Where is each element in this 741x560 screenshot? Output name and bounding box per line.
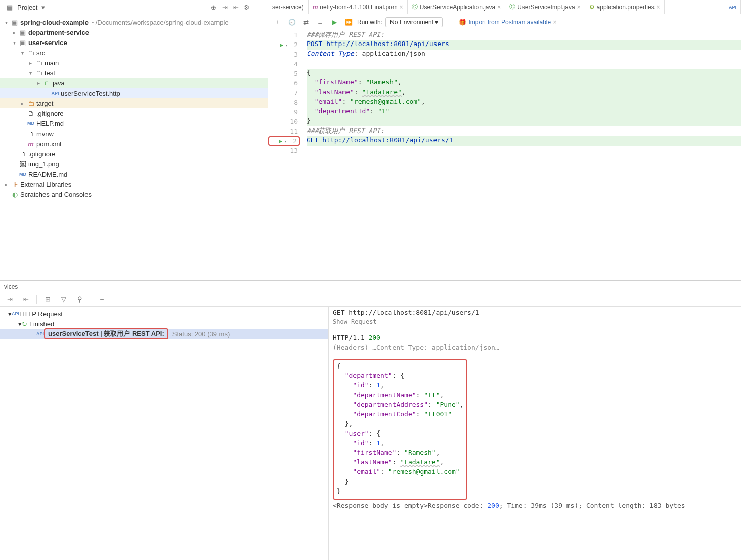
- tree-item-selected[interactable]: API userServiceTest.http: [0, 88, 268, 98]
- highlighted-gutter-line[interactable]: ▶▾ 2: [268, 136, 300, 146]
- add-icon[interactable]: ＋: [96, 294, 107, 305]
- project-icon: ▤: [4, 2, 15, 13]
- tree-item[interactable]: 🗋 .gitignore: [0, 149, 268, 159]
- json-str: "Ramesh": [404, 449, 436, 456]
- chevron-down-icon[interactable]: ▾: [18, 50, 26, 56]
- env-select[interactable]: No Environment ▾: [385, 17, 443, 27]
- add-icon[interactable]: ＋: [272, 17, 283, 28]
- locate-icon[interactable]: ⊕: [208, 2, 219, 13]
- import-postman-link[interactable]: 🎁 Import from Postman available ×: [459, 19, 556, 26]
- close-icon[interactable]: ×: [553, 19, 556, 26]
- tree-item[interactable]: ▸ ▣ department-service: [0, 27, 268, 37]
- run-all-icon[interactable]: ⏩: [343, 17, 354, 28]
- editor-tab[interactable]: ⚙application.properties×: [585, 0, 665, 14]
- tree-icon[interactable]: ⊞: [42, 294, 53, 305]
- chevron-down-icon[interactable]: ▾: [18, 320, 22, 328]
- response-view[interactable]: GET http://localhost:8081/api/users/1 Sh…: [329, 307, 741, 560]
- brace: },: [345, 420, 353, 427]
- tree-item[interactable]: 🗋 mvnw: [0, 128, 268, 139]
- http-file-icon: API: [729, 5, 736, 10]
- services-request-item[interactable]: API userServiceTest | 获取用户 REST API: Sta…: [0, 329, 328, 339]
- chevron-right-icon[interactable]: ▸: [2, 182, 10, 187]
- brace: : {: [369, 429, 380, 437]
- chevron-down-icon[interactable]: ▾: [10, 40, 18, 46]
- editor-tab[interactable]: ser-service): [268, 0, 309, 14]
- tree-label: mvnw: [36, 130, 54, 138]
- run-gutter-icon[interactable]: ▶: [279, 138, 282, 144]
- expand-icon[interactable]: ⇥: [219, 2, 230, 13]
- close-icon[interactable]: ×: [497, 4, 501, 11]
- pin-icon[interactable]: ⚲: [74, 294, 85, 305]
- chevron-down-icon[interactable]: ▾: [2, 20, 10, 25]
- chevron-right-icon[interactable]: ▸: [18, 101, 26, 106]
- tree-item[interactable]: MD HELP.md: [0, 118, 268, 128]
- tree-item[interactable]: ▸ ⊪ External Libraries: [0, 179, 268, 189]
- code-str: "Fadatare": [362, 88, 402, 96]
- tree-item[interactable]: ▸ 🗀 java: [0, 78, 268, 88]
- show-request-link[interactable]: Show Request: [333, 318, 737, 328]
- code-comment: ###保存用户 REST API:: [307, 31, 384, 38]
- project-title: Project: [17, 4, 37, 11]
- tree-item[interactable]: 🖼 img_1.png: [0, 159, 268, 169]
- services-group[interactable]: ▾ API HTTP Request: [0, 309, 328, 319]
- expand-icon[interactable]: ⇥: [4, 294, 15, 305]
- history-icon[interactable]: 🕘: [286, 17, 297, 28]
- tab-label: UserServiceImpl.java: [517, 4, 575, 11]
- tree-item[interactable]: ▾ 🗀 src: [0, 48, 268, 58]
- editor-panel: ser-service) mnetty-bom-4.1.100.Final.po…: [268, 0, 741, 280]
- code-editor[interactable]: 1 ▶▾ 2 3 4 5 6 7 8 9 10 11 ▶▾ 2 13 ###保存…: [268, 30, 741, 280]
- code-url: http://localhost:8081/api/users: [326, 40, 449, 48]
- convert-icon[interactable]: ⇄: [300, 17, 312, 28]
- folder-icon: 🗀: [34, 69, 43, 77]
- filter-icon[interactable]: ▽: [58, 294, 69, 305]
- services-status-group[interactable]: ▾ ↻ Finished: [0, 319, 328, 329]
- tree-item[interactable]: ▸ 🗀 main: [0, 58, 268, 68]
- tree-item[interactable]: MD README.md: [0, 169, 268, 179]
- module-icon: ▣: [18, 39, 27, 47]
- code-prop: "email": [315, 98, 342, 105]
- tree-label: user-service: [28, 39, 67, 47]
- tree-item[interactable]: ▸ 🗀 target: [0, 98, 268, 108]
- project-tree[interactable]: ▾ ▣ spring-cloud-example ~/Documents/wor…: [0, 15, 268, 201]
- response-headers: (Headers) …Content-Type: application/jso…: [333, 343, 737, 353]
- tree-label: HELP.md: [36, 120, 64, 127]
- response-request-line: GET http://localhost:8081/api/users/1: [333, 309, 737, 318]
- editor-tabbar: ser-service) mnetty-bom-4.1.100.Final.po…: [268, 0, 741, 14]
- tree-label: target: [36, 100, 53, 107]
- editor-tab[interactable]: mnetty-bom-4.1.100.Final.pom×: [309, 0, 408, 14]
- collapse-icon[interactable]: ⇤: [230, 2, 241, 13]
- close-icon[interactable]: ×: [577, 4, 581, 11]
- response-status: HTTP/1.1: [333, 334, 368, 341]
- json-str: "IT001": [424, 410, 452, 418]
- tree-root[interactable]: ▾ ▣ spring-cloud-example ~/Documents/wor…: [0, 17, 268, 27]
- json-key: "firstName": [353, 449, 396, 456]
- json-str: "remesh@gmail.com": [388, 468, 460, 476]
- run-gutter-icon[interactable]: ▶: [280, 42, 283, 48]
- code-text: : application/json: [354, 50, 425, 57]
- services-tree[interactable]: ▾ API HTTP Request ▾ ↻ Finished API user…: [0, 307, 329, 560]
- close-icon[interactable]: ×: [400, 4, 403, 11]
- dropdown-icon[interactable]: ▾: [37, 2, 49, 13]
- tree-item[interactable]: ▾ ▣ user-service: [0, 37, 268, 48]
- gear-icon[interactable]: ⚙: [241, 2, 252, 13]
- collapse-icon[interactable]: ⇤: [20, 294, 31, 305]
- chevron-right-icon[interactable]: ▸: [34, 80, 42, 86]
- chevron-right-icon[interactable]: ▸: [10, 30, 18, 35]
- chevron-down-icon[interactable]: ▾: [8, 310, 12, 318]
- services-tab-label[interactable]: vices: [0, 281, 741, 292]
- editor-tab[interactable]: ⒸUserServiceImpl.java×: [505, 0, 585, 14]
- chevron-down-icon[interactable]: ▾: [26, 70, 34, 76]
- import-label: Import from Postman available: [468, 19, 551, 26]
- request-icon[interactable]: ⫠: [315, 17, 326, 28]
- hide-icon[interactable]: —: [252, 2, 264, 13]
- code-content[interactable]: ###保存用户 REST API: POST http://localhost:…: [303, 30, 741, 280]
- run-icon[interactable]: ▶: [329, 17, 340, 28]
- editor-tab[interactable]: ⒸUserServiceApplication.java×: [408, 0, 505, 14]
- tree-item[interactable]: ◐ Scratches and Consoles: [0, 189, 268, 199]
- tree-item[interactable]: 🗋 .gitignore: [0, 108, 268, 118]
- editor-tab-more[interactable]: API: [725, 0, 741, 14]
- close-icon[interactable]: ×: [657, 4, 660, 11]
- tree-item[interactable]: m pom.xml: [0, 139, 268, 149]
- chevron-right-icon[interactable]: ▸: [26, 60, 34, 66]
- tree-item[interactable]: ▾ 🗀 test: [0, 68, 268, 78]
